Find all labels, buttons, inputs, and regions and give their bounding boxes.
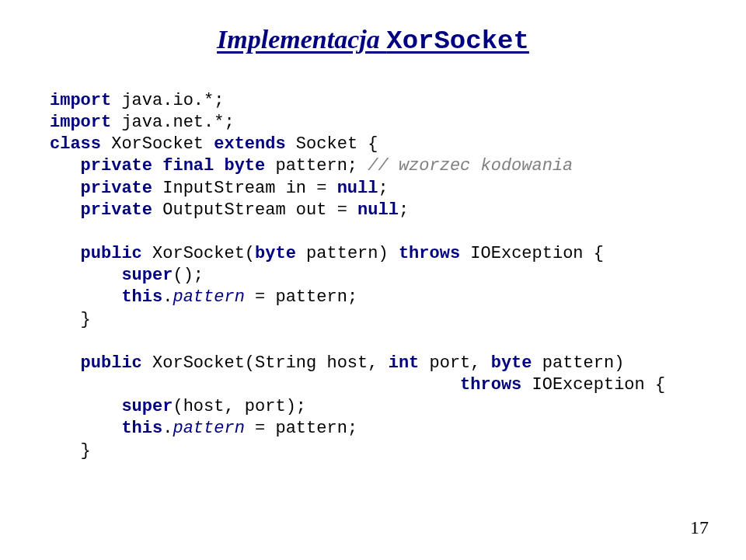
- code-text: }: [50, 310, 91, 329]
- code-text: pattern;: [265, 156, 368, 176]
- code-comment: // wzorzec kodowania: [368, 156, 573, 176]
- kw-throws: throws: [399, 244, 460, 263]
- title-word-2: XorSocket: [386, 26, 529, 56]
- code-text: ;: [399, 200, 409, 220]
- code-text: .: [162, 287, 173, 307]
- code-text: Socket {: [286, 134, 378, 154]
- kw-null: null: [357, 200, 399, 220]
- code-text: java.net.*;: [111, 113, 234, 132]
- kw-this: this: [50, 287, 162, 307]
- kw-null: null: [337, 179, 378, 198]
- kw-public: public: [50, 353, 142, 373]
- kw-super: super: [50, 266, 173, 285]
- code-text: InputStream in =: [152, 179, 337, 198]
- kw-int: int: [389, 353, 420, 373]
- kw-byte: byte: [491, 353, 532, 373]
- code-text: XorSocket(String host,: [142, 353, 389, 373]
- slide-title: Implementacja XorSocket: [44, 25, 702, 56]
- kw-byte: byte: [255, 244, 296, 263]
- code-text: XorSocket: [101, 134, 214, 154]
- code-text: }: [50, 441, 91, 461]
- code-text: port,: [419, 353, 490, 373]
- code-text: OutputStream out =: [152, 200, 357, 220]
- kw-this: this: [50, 419, 162, 438]
- kw-extends: extends: [214, 134, 285, 154]
- code-text: XorSocket(: [142, 244, 255, 263]
- kw-private: private: [50, 179, 152, 198]
- kw-throws: throws: [50, 375, 521, 395]
- code-text: pattern): [532, 353, 625, 373]
- kw-class: class: [50, 134, 101, 154]
- code-text: ();: [173, 266, 204, 285]
- code-text: = pattern;: [245, 419, 357, 438]
- kw-public: public: [50, 244, 142, 263]
- code-text: .: [162, 419, 173, 438]
- field-pattern: pattern: [173, 419, 244, 438]
- field-pattern: pattern: [173, 287, 244, 307]
- kw-import: import: [50, 91, 111, 110]
- kw-private-final-byte: private final byte: [50, 156, 265, 176]
- code-text: (host, port);: [173, 397, 306, 416]
- code-text: pattern): [296, 244, 399, 263]
- kw-private: private: [50, 200, 152, 220]
- code-block: import java.io.*; import java.net.*; cla…: [50, 90, 702, 462]
- code-text: = pattern;: [245, 287, 357, 307]
- page-number: 17: [690, 517, 709, 538]
- code-text: ;: [378, 179, 388, 198]
- kw-import: import: [50, 113, 111, 132]
- code-text: IOException {: [460, 244, 604, 263]
- code-text: IOException {: [521, 375, 665, 395]
- kw-super: super: [50, 397, 173, 416]
- title-word-1: Implementacja: [217, 25, 386, 54]
- code-text: java.io.*;: [111, 91, 224, 110]
